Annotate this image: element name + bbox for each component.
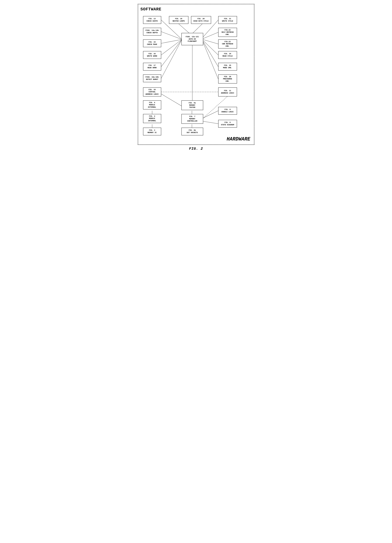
fig13-box: FIG. 13 CHECK WIDTH — [143, 16, 161, 24]
fig6a-box: FIG. 6a MEMORY TESTER — [182, 100, 203, 110]
fig9-box: FIG. 9 STATE DIAGRAM — [218, 120, 237, 128]
fig6b-box: FIG. 6b UUT SOCKETS — [182, 128, 203, 136]
fig7-box: FIG. 7 MEMORY CONTROLLER — [182, 114, 203, 124]
fig15-box: FIG. 15 CHECK PAGE — [143, 40, 161, 47]
fig4int-box: FIG. 4 MODULE INTERNAL — [143, 114, 161, 123]
svg-line-23 — [161, 94, 182, 106]
svg-line-5 — [161, 40, 182, 78]
svg-line-3 — [161, 40, 182, 55]
svg-line-4 — [161, 40, 182, 67]
fig16-box: FIG. 16 WRITE WORD — [143, 51, 161, 59]
fig21-box: FIG. 21 WRITE CYCLE — [218, 16, 237, 24]
fig24-box: FIG. 24 READ CYCLE — [218, 51, 237, 59]
svg-line-20 — [202, 121, 218, 124]
fig22-box: FIG.22 SELF-REFRESH CMD. — [218, 28, 237, 37]
fig25-box: FIG. 25 MODE CMD. — [218, 63, 237, 71]
svg-line-11 — [203, 40, 218, 55]
fig23-box: FIG.23 CBR REFRESH CMD. — [218, 40, 237, 49]
fig26-box: FIG. 26 PRECHARGE CMD. — [218, 74, 237, 84]
autoid-box: FIGS. 12a-12l AUTO-ID FLOWCHART — [182, 33, 203, 45]
fig3-box: FIG. 3 MEMORY IC — [143, 128, 161, 136]
fig17-box: FIG. 17 READ WORD — [143, 63, 161, 71]
svg-line-7 — [192, 24, 202, 34]
main-diagram: SOFTWARE — [138, 4, 254, 145]
svg-line-10 — [203, 40, 218, 44]
fig18-box: FIGS. 18a-18b DETECT BURST — [143, 74, 161, 82]
fig19-box: FIG. 19 NESTED LOOPS — [169, 16, 188, 24]
svg-line-6 — [179, 24, 190, 34]
fig4ext-box: FIG. 4 MODULE EXTERNAL — [143, 100, 161, 109]
svg-line-1 — [161, 32, 182, 40]
fig20-box: FIG. 20 HIGH BITS CYCLE — [191, 16, 211, 24]
fig10-box: FIG. 10 VIRTUAL ADDRESS LOGIC — [143, 87, 161, 96]
hardware-label: HARDWARE — [227, 136, 250, 142]
svg-line-12 — [203, 41, 218, 67]
fig8-box: FIG. 8 ENABLE LOGIC — [218, 107, 237, 115]
fig14-box: FIGS. 14a-14b CHECK DEPTH — [143, 28, 161, 35]
svg-line-9 — [203, 32, 218, 39]
svg-line-13 — [203, 41, 218, 79]
fig11-box: FIG. 11 ADDRESS LOGIC — [218, 87, 237, 96]
diagram-area: FIG. 13 CHECK WIDTH FIGS. 14a-14b CHECK … — [140, 13, 252, 141]
svg-line-2 — [161, 40, 182, 43]
fig-title: FIG. 2 — [189, 147, 203, 151]
software-label: SOFTWARE — [140, 7, 252, 12]
svg-line-19 — [202, 111, 218, 119]
